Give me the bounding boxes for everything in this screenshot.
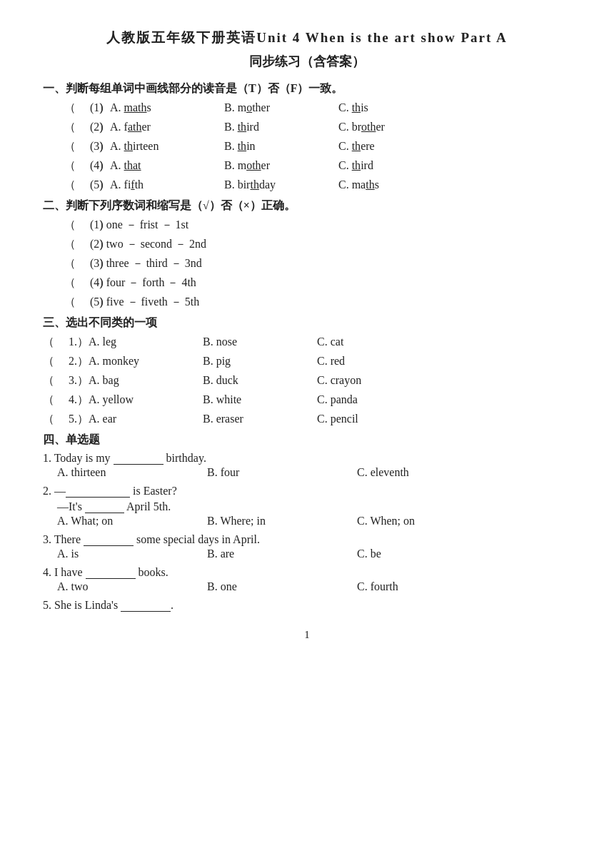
s1-q2-bracket: （ ） — [64, 120, 90, 135]
s4-q3-opt-b: B. are — [207, 547, 357, 560]
s4-q2-options: A. What; on B. Where; in C. When; on — [43, 515, 571, 528]
s4-q2-opt-c: C. When; on — [357, 515, 507, 528]
s4-q1-opt-a: A. thirteen — [57, 466, 207, 479]
s2-q2-text: (2) two － second － 2nd — [90, 237, 206, 252]
s4-q4-opt-c: C. fourth — [357, 580, 507, 593]
s4-q4-opt-b: B. one — [207, 580, 357, 593]
s2-q2-bracket: （ ） — [64, 237, 90, 252]
s4-q3: 3. There some special days in April. A. … — [43, 533, 571, 560]
s1-q2-a: A. father — [110, 121, 224, 133]
s3-q2-b: B. pig — [203, 355, 317, 368]
s4-q5: 5. She is Linda's . — [43, 599, 571, 612]
s1-q2-b: B. third — [224, 121, 338, 133]
page-subtitle: 同步练习（含答案） — [43, 53, 571, 70]
s4-q2-line2-pre: —It's — [57, 500, 85, 513]
s4-q2-line2: —It's April 5th. — [57, 500, 571, 513]
s3-q4-bracket: （ ） — [43, 393, 69, 408]
s1-q5-num: (5) — [90, 178, 110, 191]
s2-q5-text: (5) five － fiveth － 5th — [90, 295, 199, 310]
s2-q5-bracket: （ ） — [64, 295, 90, 310]
s1-q5-bracket: （ ） — [64, 178, 90, 193]
s3-q2-num: 2. — [69, 355, 89, 368]
s3-q2-a: A. monkey — [89, 355, 203, 368]
s4-q2-line2-post: April 5th. — [124, 500, 171, 513]
s1-q5-a: A. fifth — [110, 178, 224, 191]
s4-q5-post: . — [171, 599, 173, 611]
s4-q4-options: A. two B. one C. fourth — [43, 580, 571, 593]
s1-q2-num: (2) — [90, 121, 110, 133]
s1-q4-bracket: （ ） — [64, 158, 90, 173]
s3-q2-c: C. red — [317, 355, 431, 368]
s4-q2: 2. — is Easter? —It's April 5th. A. What… — [43, 485, 571, 528]
section2-title: 二、判断下列序数词和缩写是（√）否（×）正确。 — [43, 198, 571, 213]
s1-q4: （ ） (4) A. that B. mother C. third — [64, 158, 571, 173]
section4-questions: 1. Today is my birthday. A. thirteen B. … — [43, 452, 571, 612]
s4-q1-opt-c: C. eleventh — [357, 466, 507, 479]
s2-q1-text: (1) one － frist － 1st — [90, 218, 188, 233]
s4-q2-opt-b: B. Where; in — [207, 515, 357, 528]
s4-q1-options: A. thirteen B. four C. eleventh — [43, 466, 571, 479]
section1-title: 一、判断每组单词中画线部分的读音是（T）否（F）一致。 — [43, 81, 571, 96]
s4-q1-opt-b: B. four — [207, 466, 357, 479]
s1-q3-a: A. thirteen — [110, 140, 224, 153]
s4-q5-blank — [121, 599, 171, 612]
s3-q1-bracket: （ ） — [43, 335, 69, 350]
s1-q4-num: (4) — [90, 159, 110, 172]
s1-q2-c: C. brother — [338, 121, 453, 133]
s4-q4-opt-a: A. two — [57, 580, 207, 593]
section1-questions: （ ） (1) A. maths B. mother C. this （ ） (… — [43, 101, 571, 193]
s3-q5-b: B. eraser — [203, 413, 317, 425]
s4-q3-num: 3. There — [43, 533, 84, 545]
s4-q2-blank1 — [66, 485, 130, 498]
s1-q1-a: A. maths — [110, 101, 224, 114]
s4-q2-line1-post: is Easter? — [130, 485, 177, 497]
s4-q3-blank — [84, 533, 134, 546]
section2-questions: （ ） (1) one － frist － 1st （ ） (2) two － … — [43, 218, 571, 310]
s3-q5-c: C. pencil — [317, 413, 431, 425]
s4-q4-post: books. — [136, 566, 168, 578]
s2-q3-bracket: （ ） — [64, 256, 90, 271]
s1-q3-num: (3) — [90, 140, 110, 153]
s1-q4-c: C. third — [338, 159, 453, 172]
s3-q4-a: A. yellow — [89, 393, 203, 406]
s4-q3-post: some special days in April. — [134, 533, 260, 545]
s2-q5: （ ） (5) five － fiveth － 5th — [43, 295, 571, 310]
s1-q5-c: C. maths — [338, 178, 453, 191]
s3-q3-num: 3. — [69, 374, 89, 387]
s4-q2-opt-a: A. What; on — [57, 515, 207, 528]
s3-q1-b: B. nose — [203, 335, 317, 348]
s3-q1-a: A. leg — [89, 335, 203, 348]
s3-q3: （ ） 3. A. bag B. duck C. crayon — [43, 373, 571, 388]
section4-title: 四、单选题 — [43, 433, 571, 448]
page-title: 人教版五年级下册英语Unit 4 When is the art show Pa… — [43, 29, 571, 47]
s4-q3-stem: 3. There some special days in April. — [43, 533, 571, 546]
s1-q3-bracket: （ ） — [64, 139, 90, 154]
s4-q1-post: birthday. — [163, 452, 206, 464]
s4-q3-opt-c: C. be — [357, 547, 507, 560]
s3-q5-num: 5. — [69, 413, 89, 425]
s2-q3: （ ） (3) three － third － 3nd — [43, 256, 571, 271]
s1-q3-b: B. thin — [224, 140, 338, 153]
s3-q4-c: C. panda — [317, 393, 431, 406]
s1-q1-b: B. mother — [224, 101, 338, 114]
s4-q2-num: 2. — — [43, 485, 66, 497]
s3-q4: （ ） 4. A. yellow B. white C. panda — [43, 393, 571, 408]
s4-q1-num: 1. Today is my — [43, 452, 114, 464]
s3-q1-num: 1. — [69, 335, 89, 348]
s4-q5-stem: 5. She is Linda's . — [43, 599, 571, 612]
s4-q4-num: 4. I have — [43, 566, 86, 578]
s4-q4-stem: 4. I have books. — [43, 566, 571, 579]
s3-q5-a: A. ear — [89, 413, 203, 425]
s2-q4: （ ） (4) four － forth － 4th — [43, 276, 571, 291]
s4-q4-blank — [86, 566, 136, 579]
s4-q3-opt-a: A. is — [57, 547, 207, 560]
s4-q2-line1: 2. — is Easter? — [43, 485, 571, 498]
s3-q2-bracket: （ ） — [43, 354, 69, 369]
s4-q3-options: A. is B. are C. be — [43, 547, 571, 560]
s3-q1-c: C. cat — [317, 335, 431, 348]
s3-q3-b: B. duck — [203, 374, 317, 387]
s1-q1-bracket: （ ） — [64, 101, 90, 116]
s3-q5-bracket: （ ） — [43, 412, 69, 427]
s3-q3-c: C. crayon — [317, 374, 431, 387]
s1-q4-a: A. that — [110, 159, 224, 172]
